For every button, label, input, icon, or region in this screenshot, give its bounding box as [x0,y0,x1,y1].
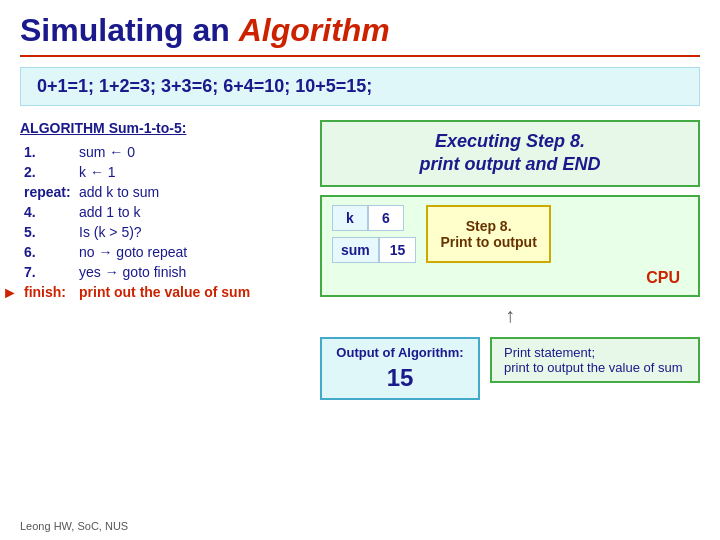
finish-text: print out the value of sum [75,282,310,302]
algo-step-finish: ► finish: print out the value of sum [20,282,310,302]
step-2-num: 2. [20,162,75,182]
main-title: Simulating an Algorithm [20,12,700,49]
algo-step-6: 6. no → goto repeat [20,242,310,262]
cpu-label: CPU [646,269,688,287]
algo-step-4: 4. add 1 to k [20,202,310,222]
executing-box: Executing Step 8. print output and END [320,120,700,187]
step-6-text: no → goto repeat [75,242,310,262]
page: Simulating an Algorithm 0+1=1; 1+2=3; 3+… [0,0,720,540]
executing-line2: print output and END [420,154,601,174]
step-7-text: yes → goto finish [75,262,310,282]
right-column: Executing Step 8. print output and END k… [320,120,700,400]
algo-step-7: 7. yes → goto finish [20,262,310,282]
sum-label: sum [332,237,379,263]
equation-box: 0+1=1; 1+2=3; 3+3=6; 6+4=10; 10+5=15; [20,67,700,106]
step-4-num: 4. [20,202,75,222]
step8-line2: Print to output [440,234,536,250]
up-arrow: ↑ [320,305,700,325]
step-5-num: 5. [20,222,75,242]
print-line2: print to output the value of sum [504,360,686,375]
algo-step-1: 1. sum ← 0 [20,142,310,162]
step-6-num: 6. [20,242,75,262]
footer: Leong HW, SoC, NUS [20,520,128,532]
executing-title: Executing Step 8. print output and END [334,130,686,177]
title-underline [20,55,700,57]
step-repeat-text: add k to sum [75,182,310,202]
left-column: ALGORITHM Sum-1-to-5: 1. sum ← 0 2. k ← … [20,120,310,400]
step-1-text: sum ← 0 [75,142,310,162]
k-value: 6 [368,205,404,231]
sum-item: sum 15 [332,237,416,263]
algorithm-table: 1. sum ← 0 2. k ← 1 repeat: add k to sum… [20,142,310,302]
step8-line1: Step 8. [440,218,536,234]
output-algo-box: Output of Algorithm: 15 [320,337,480,400]
title-italic: Algorithm [239,12,390,48]
executing-line1: Executing Step 8. [435,131,585,151]
step8-box: Step 8. Print to output [426,205,550,263]
finish-num: ► finish: [20,282,75,302]
step-5-text: Is (k > 5)? [75,222,310,242]
footer-text: Leong HW, SoC, NUS [20,520,128,532]
algorithm-title: ALGORITHM Sum-1-to-5: [20,120,310,136]
output-section: Output of Algorithm: 15 Print statement;… [320,337,700,400]
cpu-container: k 6 sum 15 Step 8. Print to output [320,195,700,297]
step-repeat-num: repeat: [20,182,75,202]
step-1-num: 1. [20,142,75,162]
content-area: ALGORITHM Sum-1-to-5: 1. sum ← 0 2. k ← … [20,120,700,400]
cpu-label-row: CPU [332,267,688,287]
algo-step-5: 5. Is (k > 5)? [20,222,310,242]
equation-text: 0+1=1; 1+2=3; 3+3=6; 6+4=10; 10+5=15; [37,76,372,96]
output-value: 15 [334,364,466,392]
k-label: k [332,205,368,231]
step-7-num: 7. [20,262,75,282]
step-2-text: k ← 1 [75,162,310,182]
k-item: k 6 [332,205,416,231]
print-line1: Print statement; [504,345,686,360]
cpu-inner: k 6 sum 15 Step 8. Print to output [332,205,688,263]
algo-step-2: 2. k ← 1 [20,162,310,182]
title-prefix: Simulating an [20,12,239,48]
step-4-text: add 1 to k [75,202,310,222]
output-algo-title: Output of Algorithm: [334,345,466,360]
print-statement-box: Print statement; print to output the val… [490,337,700,383]
sum-value: 15 [379,237,417,263]
algo-step-repeat: repeat: add k to sum [20,182,310,202]
kv-section: k 6 sum 15 [332,205,416,263]
